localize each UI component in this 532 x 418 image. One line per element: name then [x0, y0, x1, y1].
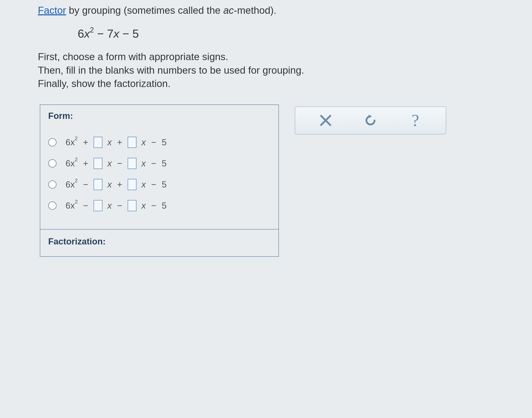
factorization-section: Factorization:	[40, 229, 278, 256]
svg-marker-2	[369, 115, 372, 118]
radio-option-4[interactable]	[48, 201, 57, 210]
radio-option-3[interactable]	[48, 180, 57, 189]
option-row-1: 6x2 + x + x − 5	[48, 137, 271, 148]
radio-option-2[interactable]	[48, 159, 57, 168]
constant: 5	[162, 158, 166, 168]
reset-button[interactable]	[358, 110, 382, 130]
sign: −	[83, 180, 89, 189]
sign: −	[151, 158, 157, 168]
lead-term: 6x2	[66, 137, 78, 147]
lead-term: 6x2	[66, 201, 78, 211]
form-title: Form:	[48, 111, 271, 121]
sign: −	[151, 201, 157, 211]
blank-input[interactable]	[94, 137, 102, 148]
variable-x: x	[142, 137, 146, 147]
sign: +	[83, 158, 89, 168]
sign: +	[83, 137, 89, 147]
lead-term: 6x2	[66, 180, 78, 189]
variable-x: x	[142, 180, 146, 189]
sign: −	[117, 201, 123, 211]
blank-input[interactable]	[128, 137, 136, 148]
variable-x: x	[107, 158, 112, 168]
blank-input[interactable]	[94, 158, 102, 169]
lead-term: 6x2	[66, 158, 78, 168]
sign: +	[117, 137, 123, 147]
variable-x: x	[107, 201, 112, 211]
factorization-title: Factorization:	[48, 236, 271, 246]
option-row-2: 6x2 + x − x − 5	[48, 158, 271, 169]
problem-expression: 6x2 − 7x − 5	[78, 27, 494, 40]
clear-button[interactable]	[314, 110, 338, 130]
radio-option-1[interactable]	[48, 138, 57, 147]
variable-x: x	[142, 201, 146, 211]
blank-input[interactable]	[94, 200, 102, 211]
variable-x: x	[107, 137, 112, 147]
sign: −	[83, 201, 89, 211]
question-icon: ?	[412, 112, 419, 129]
constant: 5	[162, 201, 166, 211]
variable-x: x	[107, 180, 112, 189]
blank-input[interactable]	[94, 179, 102, 190]
undo-icon	[364, 114, 378, 128]
options-list: 6x2 + x + x − 5 6x2 + x −	[40, 123, 278, 229]
blank-input[interactable]	[128, 200, 136, 211]
instructions-block: First, choose a form with appropriate si…	[38, 50, 494, 91]
variable-x: x	[142, 158, 146, 168]
factor-link[interactable]: Factor	[38, 5, 66, 16]
option-row-3: 6x2 − x + x − 5	[48, 179, 271, 190]
sign: −	[151, 180, 157, 189]
option-row-4: 6x2 − x − x − 5	[48, 200, 271, 211]
blank-input[interactable]	[128, 179, 136, 190]
sign: −	[151, 137, 157, 147]
form-panel: Form: 6x2 + x + x − 5 6x2	[40, 104, 279, 257]
blank-input[interactable]	[128, 158, 136, 169]
help-button[interactable]: ?	[403, 110, 427, 130]
sign: −	[117, 158, 123, 168]
x-icon	[319, 114, 333, 128]
toolbox: ?	[295, 106, 446, 134]
instruction-text: Factor by grouping (sometimes called the…	[38, 4, 494, 17]
constant: 5	[162, 180, 166, 189]
constant: 5	[162, 137, 166, 147]
sign: +	[117, 180, 123, 189]
